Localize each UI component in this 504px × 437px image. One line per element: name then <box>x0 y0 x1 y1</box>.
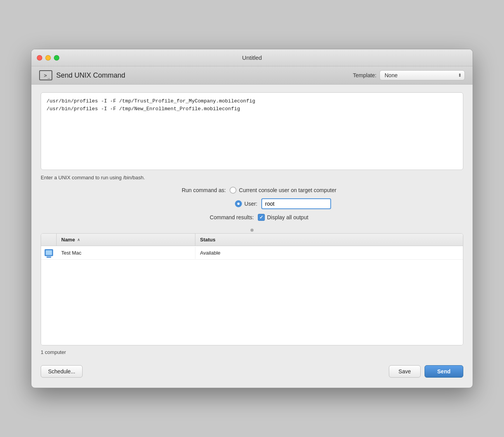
header-name-col[interactable]: Name ∧ <box>57 234 195 246</box>
close-button[interactable] <box>37 55 42 61</box>
titlebar: Untitled <box>31 49 473 66</box>
user-option[interactable]: User: <box>235 200 257 207</box>
hint-text: Enter a UNIX command to run using /bin/b… <box>41 175 463 180</box>
toolbar-title: Send UNIX Command <box>56 71 125 80</box>
user-label: User: <box>244 201 257 207</box>
console-radio[interactable] <box>230 187 236 194</box>
table-row[interactable]: Test Mac Available <box>41 246 463 260</box>
right-buttons: Save Send <box>389 365 463 378</box>
display-output-label: Display all output <box>267 214 309 220</box>
resize-dot <box>250 229 254 232</box>
command-input[interactable]: /usr/bin/profiles -I -F /tmp/Trust_Profi… <box>41 92 463 170</box>
schedule-button[interactable]: Schedule... <box>41 365 83 378</box>
options-section: Run command as: Current console user on … <box>41 187 463 221</box>
mac-computer-icon <box>45 249 53 256</box>
footer-buttons: Schedule... Save Send <box>41 361 463 380</box>
save-button[interactable]: Save <box>389 365 421 378</box>
run-command-row: Run command as: Current console user on … <box>167 187 336 194</box>
run-command-label: Run command as: <box>167 187 226 193</box>
console-user-label: Current console user on target computer <box>239 187 336 193</box>
window-title: Untitled <box>242 54 262 61</box>
resize-handle[interactable] <box>41 227 463 233</box>
header-icon-col <box>41 234 57 246</box>
mac-screen <box>46 250 52 255</box>
main-window: Untitled Send UNIX Command Template: Non… <box>31 49 473 388</box>
user-row: User: <box>173 198 331 209</box>
template-label: Template: <box>353 72 376 78</box>
display-output-option[interactable]: Display all output <box>258 214 309 221</box>
template-select[interactable]: None <box>380 70 465 80</box>
header-status-col: Status <box>195 234 463 246</box>
table-header: Name ∧ Status <box>41 234 463 246</box>
user-radio[interactable] <box>235 200 242 207</box>
user-input[interactable] <box>261 198 331 209</box>
computer-table: Name ∧ Status Test Mac Available <box>41 233 463 345</box>
row-name: Test Mac <box>57 247 195 259</box>
maximize-button[interactable] <box>54 55 59 61</box>
row-icon-cell <box>41 246 57 259</box>
toolbar-right: Template: None <box>353 70 465 80</box>
results-row: Command results: Display all output <box>196 214 309 221</box>
terminal-icon <box>39 70 52 80</box>
main-content: /usr/bin/profiles -I -F /tmp/Trust_Profi… <box>31 85 473 388</box>
table-empty-space <box>41 260 463 345</box>
toolbar-left: Send UNIX Command <box>39 70 125 80</box>
display-output-checkbox[interactable] <box>258 214 265 221</box>
results-label: Command results: <box>196 214 254 220</box>
toolbar: Send UNIX Command Template: None <box>31 66 473 85</box>
table-body: Test Mac Available <box>41 246 463 345</box>
send-button[interactable]: Send <box>425 365 463 378</box>
console-user-option[interactable]: Current console user on target computer <box>230 187 336 194</box>
row-status: Available <box>195 247 463 259</box>
window-controls <box>37 55 59 61</box>
computer-count: 1 computer <box>41 349 463 355</box>
sort-arrow-icon: ∧ <box>77 238 80 242</box>
minimize-button[interactable] <box>45 55 51 61</box>
template-select-wrapper: None <box>380 70 465 80</box>
